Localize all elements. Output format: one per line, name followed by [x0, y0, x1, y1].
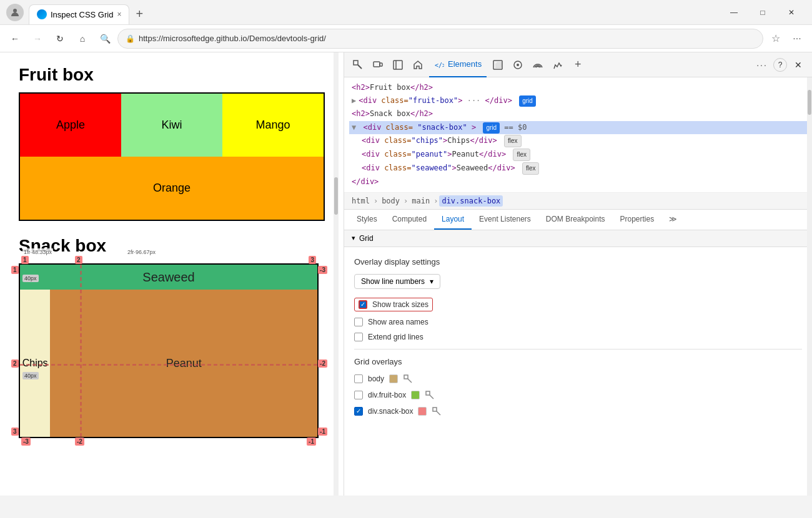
breadcrumb-html[interactable]: html — [349, 195, 372, 207]
body-overlay-label: body — [368, 374, 384, 383]
new-tab-button[interactable]: + — [129, 4, 149, 24]
dom-line-close-div[interactable]: </div> — [349, 175, 807, 188]
layout-panel: ▾ Grid Overlay display settings Show lin… — [344, 230, 812, 496]
grid-label-right-neg2: -2 — [318, 359, 327, 368]
tab-styles[interactable]: Styles — [349, 210, 385, 230]
tab-more[interactable]: ≫ — [661, 210, 685, 230]
tab-bar: Inspect CSS Grid × + — [24, 2, 720, 24]
body-overlay-swatch[interactable] — [389, 374, 398, 383]
performance-button[interactable] — [549, 56, 567, 74]
close-devtools-button[interactable]: ✕ — [790, 56, 807, 74]
reload-button[interactable]: ↻ — [50, 29, 70, 49]
console-button[interactable]: ⬜ — [489, 56, 507, 74]
svg-rect-28 — [433, 408, 437, 411]
dom-line-h2-fruit[interactable]: <h2>Fruit box</h2> — [349, 81, 807, 94]
extend-grid-lines-checkbox[interactable] — [354, 333, 363, 341]
home-devtools-button[interactable] — [409, 56, 427, 74]
grid-section-arrow: ▾ — [352, 234, 355, 242]
favorite-button[interactable]: ☆ — [766, 29, 786, 49]
navigation-bar: ← → ↻ ⌂ 🔍 🔒 https://microsoftedge.github… — [0, 25, 812, 52]
apple-cell: Apple — [20, 94, 121, 157]
grid-label-bot-neg3: -3 — [21, 437, 31, 446]
snack-box-overlay-checkbox[interactable] — [354, 407, 363, 416]
svg-text:⬜: ⬜ — [495, 61, 502, 69]
dom-line-chips[interactable]: <div class="chips">Chips</div> flex — [349, 134, 807, 148]
minimize-button[interactable]: — — [720, 1, 748, 24]
grid-label-right-neg3: -3 — [318, 266, 327, 274]
forward-button[interactable]: → — [27, 29, 47, 49]
elements-tab-active[interactable]: </> Elements — [429, 52, 487, 77]
devtools-scroll-thumb[interactable] — [808, 90, 811, 115]
chips-cell: Chips — [20, 290, 50, 437]
svg-rect-27 — [426, 391, 430, 395]
address-bar[interactable]: 🔒 https://microsoftedge.github.io/Demos/… — [117, 29, 763, 49]
mango-cell: Mango — [222, 94, 324, 157]
grid-label-bot-neg1: -1 — [307, 437, 316, 446]
snack-box-overlay-inspect-icon[interactable] — [432, 406, 442, 416]
breadcrumb-body[interactable]: body — [379, 195, 402, 207]
grid-section-title: Grid — [359, 234, 374, 243]
flex-badge-seaweed: flex — [522, 162, 540, 175]
grid-section-header[interactable]: ▾ Grid — [344, 230, 812, 247]
tab-dom-breakpoints[interactable]: DOM Breakpoints — [538, 210, 613, 230]
show-line-numbers-dropdown[interactable]: Show line numbers ▾ — [354, 274, 440, 289]
tab-properties[interactable]: Properties — [613, 210, 662, 230]
svg-rect-18 — [380, 63, 382, 66]
add-tool-button[interactable]: + — [569, 56, 587, 74]
svg-rect-17 — [374, 62, 380, 67]
browser-tab[interactable]: Inspect CSS Grid × — [29, 4, 129, 24]
title-bar-left — [6, 4, 24, 21]
body-overlay-checkbox[interactable] — [354, 374, 363, 383]
home-button[interactable]: ⌂ — [72, 29, 92, 49]
fruit-box: Apple Kiwi Mango Orange — [19, 92, 325, 221]
body-overlay-inspect-icon[interactable] — [403, 374, 413, 384]
title-bar: Inspect CSS Grid × + — □ ✕ — [0, 0, 812, 25]
snack-box-overlay-swatch[interactable] — [418, 407, 427, 416]
back-button[interactable]: ← — [5, 29, 25, 49]
fruit-box-heading: Fruit box — [19, 65, 325, 85]
dom-line-fruit-box[interactable]: ▶<div class="fruit-box"> ··· </div> grid — [349, 94, 807, 107]
tab-computed[interactable]: Computed — [385, 210, 434, 230]
sources-button[interactable] — [509, 56, 527, 74]
seaweed-cell: Seaweed — [20, 265, 317, 290]
settings-button[interactable]: ··· — [787, 29, 807, 49]
sidebar-button[interactable] — [389, 56, 407, 74]
snack-grid: Seaweed Chips Peanut — [20, 265, 317, 437]
more-tools-button[interactable]: ··· — [753, 56, 771, 74]
network-button[interactable] — [529, 56, 547, 74]
grid-label-top-2: 2 — [75, 256, 82, 264]
svg-rect-26 — [404, 375, 408, 379]
profile-icon[interactable] — [6, 4, 24, 21]
fruit-box-overlay-checkbox[interactable] — [354, 391, 363, 399]
dropdown-arrow-icon: ▾ — [430, 277, 433, 286]
dropdown-label: Show line numbers — [361, 277, 425, 286]
left-scroll-thumb[interactable] — [334, 177, 338, 215]
tab-event-listeners[interactable]: Event Listeners — [472, 210, 538, 230]
breadcrumb-active[interactable]: div.snack-box — [439, 195, 503, 207]
tab-close-button[interactable]: × — [117, 10, 121, 19]
row-height-label-2: 40px — [22, 372, 39, 379]
lock-icon: 🔒 — [126, 34, 135, 43]
grid-section-content: Overlay display settings Show line numbe… — [344, 247, 812, 432]
help-button[interactable]: ? — [773, 58, 787, 72]
elements-label: Elements — [448, 59, 482, 69]
close-button[interactable]: ✕ — [777, 1, 806, 24]
search-button[interactable]: 🔍 — [95, 29, 115, 49]
dom-line-seaweed[interactable]: <div class="seaweed">Seaweed</div> flex — [349, 162, 807, 175]
breadcrumb-main[interactable]: main — [409, 195, 432, 207]
dom-line-peanut[interactable]: <div class="peanut">Peanut</div> flex — [349, 148, 807, 162]
fruit-box-overlay-swatch[interactable] — [411, 391, 420, 399]
show-track-sizes-checkbox[interactable] — [359, 300, 367, 309]
devtools-scrollbar[interactable] — [807, 77, 812, 496]
maximize-button[interactable]: □ — [748, 1, 777, 24]
dom-line-snack-box[interactable]: ▼ <div class= "snack-box" > grid == $0 — [349, 121, 807, 134]
show-area-names-checkbox[interactable] — [354, 318, 363, 326]
left-scrollbar[interactable] — [334, 52, 339, 496]
snack-box-heading: Snack box — [19, 236, 325, 256]
device-emulation-button[interactable] — [369, 56, 387, 74]
fruit-box-overlay-inspect-icon[interactable] — [425, 390, 435, 400]
devtools-toolbar: </> Elements ⬜ + ··· ? ✕ — [344, 52, 812, 77]
dom-line-h2-snack[interactable]: <h2>Snack box</h2> — [349, 107, 807, 120]
inspect-element-button[interactable] — [349, 56, 367, 74]
tab-layout[interactable]: Layout — [434, 210, 472, 230]
